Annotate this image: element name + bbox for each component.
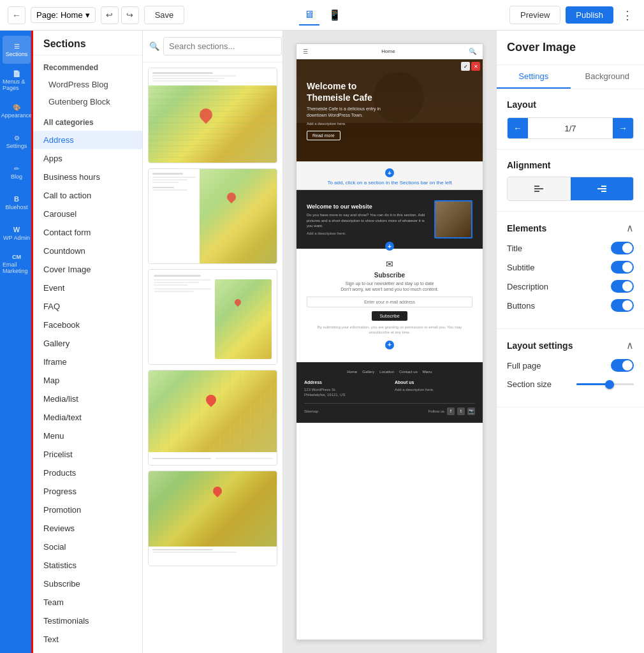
category-item-products[interactable]: Products: [33, 464, 142, 482]
category-item-statistics[interactable]: Statistics: [33, 556, 142, 575]
full-page-toggle[interactable]: [611, 359, 634, 372]
section-thumb-3[interactable]: [148, 269, 277, 365]
tab-settings[interactable]: Settings: [497, 65, 571, 89]
category-item-address[interactable]: Address: [33, 131, 142, 149]
blog-icon: ✏: [14, 165, 19, 172]
section-thumb-4[interactable]: [148, 370, 277, 466]
more-options-button[interactable]: ⋮: [618, 6, 636, 24]
category-item-team[interactable]: Team: [33, 593, 142, 612]
redo-button[interactable]: ↪: [121, 6, 139, 24]
subscribe-button[interactable]: Subscribe: [372, 311, 407, 321]
footer-col-about: About us Add a description here.: [395, 380, 475, 398]
footer-sitemap-link[interactable]: Sitemap: [304, 409, 318, 413]
sidebar-item-appearance[interactable]: 🎨 Appearance: [3, 97, 31, 125]
section-thumb-2[interactable]: [148, 168, 277, 264]
category-item-social[interactable]: Social: [33, 538, 142, 556]
tab-background[interactable]: Background: [571, 65, 645, 89]
hero-check-badge[interactable]: ✓: [461, 62, 470, 71]
alignment-section: Alignment: [497, 150, 644, 212]
category-item-subscribe[interactable]: Subscribe: [33, 575, 142, 593]
footer-col-about-title: About us: [395, 380, 475, 385]
footer-col-address: Address 123 WordPress St. Philadelphia, …: [304, 380, 384, 398]
layout-next-button[interactable]: →: [613, 118, 633, 138]
footer-nav-home[interactable]: Home: [347, 370, 357, 374]
element-description-toggle[interactable]: [611, 280, 634, 293]
category-item-media-list[interactable]: Media/list: [33, 390, 142, 408]
back-button[interactable]: ←: [8, 6, 26, 24]
category-item-media-text[interactable]: Media/text: [33, 408, 142, 427]
slider-thumb[interactable]: [605, 380, 614, 389]
align-right-button[interactable]: [571, 177, 634, 200]
layout-settings-header[interactable]: Layout settings ∧: [507, 339, 634, 351]
element-title-toggle[interactable]: [611, 242, 634, 254]
subscribe-email-input[interactable]: [307, 297, 472, 307]
alignment-buttons: [507, 177, 634, 201]
category-item-apps[interactable]: Apps: [33, 149, 142, 168]
category-item-iframe[interactable]: Iframe: [33, 353, 142, 371]
footer-nav-menu[interactable]: Menu: [423, 370, 432, 374]
desktop-view-button[interactable]: 🖥: [299, 5, 319, 26]
category-item-cover-image[interactable]: Cover Image: [33, 260, 142, 279]
twitter-social-icon[interactable]: t: [457, 407, 465, 415]
section-thumb-5[interactable]: [148, 471, 277, 566]
category-item-testimonials[interactable]: Testimonials: [33, 612, 142, 630]
facebook-social-icon[interactable]: f: [447, 407, 455, 415]
footer-nav-contact[interactable]: Contact us: [399, 370, 418, 374]
elements-header[interactable]: Elements ∧: [507, 222, 634, 234]
category-item-timeline[interactable]: Timeline: [33, 649, 142, 653]
search-input[interactable]: [163, 37, 282, 55]
element-subtitle-toggle[interactable]: [611, 261, 634, 274]
category-item-menu[interactable]: Menu: [33, 427, 142, 445]
recommended-item-wordpress-blog[interactable]: WordPress Blog: [33, 76, 142, 93]
section-thumb-1[interactable]: [148, 68, 277, 163]
category-item-event[interactable]: Event: [33, 279, 142, 297]
layout-prev-button[interactable]: ←: [508, 118, 528, 138]
hero-title: Welcome to Themeisle Cafe: [307, 80, 372, 103]
align-left-button[interactable]: [508, 177, 571, 200]
category-item-countdown[interactable]: Countdown: [33, 242, 142, 260]
sidebar-item-wp-admin[interactable]: W WP Admin: [3, 219, 31, 247]
recommended-item-gutenberg-block[interactable]: Gutenberg Block: [33, 93, 142, 110]
category-item-reviews[interactable]: Reviews: [33, 519, 142, 538]
category-item-facebook[interactable]: Facebook: [33, 316, 142, 334]
category-item-progress[interactable]: Progress: [33, 482, 142, 501]
category-item-faq[interactable]: FAQ: [33, 297, 142, 316]
instagram-social-icon[interactable]: 📷: [467, 407, 475, 415]
category-item-business-hours[interactable]: Business hours: [33, 168, 142, 186]
category-item-map[interactable]: Map: [33, 371, 142, 390]
category-item-promotion[interactable]: Promotion: [33, 501, 142, 519]
element-buttons-toggle[interactable]: [611, 299, 634, 312]
footer-nav-gallery[interactable]: Gallery: [362, 370, 374, 374]
undo-button[interactable]: ↩: [101, 6, 119, 24]
footer-nav-location[interactable]: Location: [379, 370, 394, 374]
category-item-call-to-action[interactable]: Call to action: [33, 186, 142, 205]
hero-read-more-button[interactable]: Read more: [307, 131, 340, 140]
save-button[interactable]: Save: [144, 6, 185, 24]
add-section-indicator-2[interactable]: +: [385, 242, 394, 251]
sidebar-item-bluehost[interactable]: B Bluehost: [3, 189, 31, 217]
add-section-bar[interactable]: + To add, click on a section in the Sect…: [296, 161, 483, 190]
subscribe-title: Subscribe: [307, 272, 472, 279]
category-item-carousel[interactable]: Carousel: [33, 205, 142, 223]
appearance-label: Appearance: [1, 112, 33, 119]
hero-section: ✓ ✕ Welcome to Themeisle Cafe Themeisle …: [296, 59, 483, 161]
sidebar-item-settings[interactable]: ⚙ Settings: [3, 128, 31, 156]
section-size-slider[interactable]: [576, 383, 634, 385]
add-section-indicator-3[interactable]: +: [385, 341, 394, 349]
add-section-indicator-1[interactable]: +: [385, 168, 394, 177]
mobile-view-button[interactable]: 📱: [325, 5, 345, 26]
category-item-contact-form[interactable]: Contact form: [33, 223, 142, 242]
sidebar-item-menus-pages[interactable]: 📄 Menus & Pages: [3, 66, 31, 94]
topbar: ← Page: Home ▾ ↩ ↪ Save 🖥 📱 Preview Publ…: [0, 0, 644, 31]
sidebar-item-email-marketing[interactable]: CM Email Marketing: [3, 250, 31, 278]
preview-button[interactable]: Preview: [509, 6, 560, 24]
category-item-text[interactable]: Text: [33, 630, 142, 649]
category-item-gallery[interactable]: Gallery: [33, 334, 142, 353]
sidebar-item-sections[interactable]: ☰ Sections: [3, 36, 31, 64]
sections-panel-header: Sections: [33, 31, 142, 55]
publish-button[interactable]: Publish: [566, 6, 613, 24]
sidebar-item-blog[interactable]: ✏ Blog: [3, 158, 31, 186]
category-item-pricelist[interactable]: Pricelist: [33, 445, 142, 464]
page-selector[interactable]: Page: Home ▾: [31, 7, 96, 23]
hero-delete-badge[interactable]: ✕: [471, 62, 480, 71]
